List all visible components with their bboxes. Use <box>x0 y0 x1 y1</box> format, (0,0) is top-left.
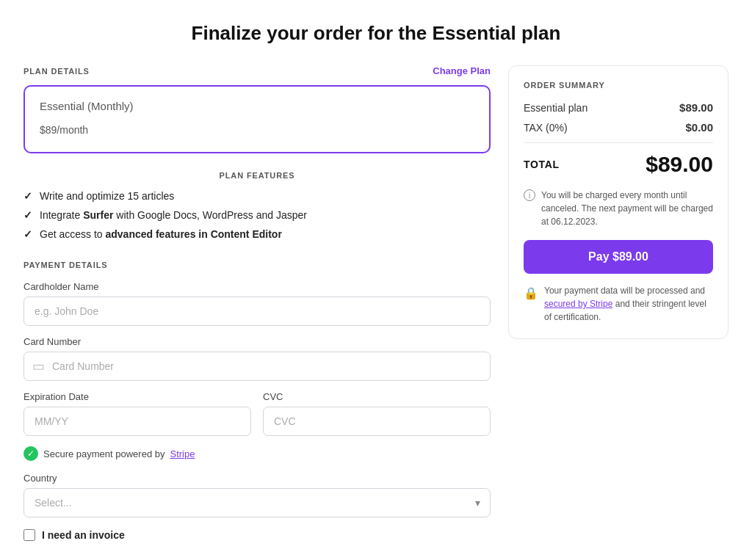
feature-item-1: ✓ Write and optimize 15 articles <box>24 190 491 202</box>
stripe-check-icon: ✓ <box>24 446 38 461</box>
country-select[interactable]: Select... United States United Kingdom G… <box>24 488 491 517</box>
total-label: TOTAL <box>524 159 560 170</box>
plan-section-label: PLAN DETAILS <box>24 67 90 76</box>
stripe-secure-link[interactable]: secured by Stripe <box>544 299 612 309</box>
essential-plan-amount: $89.00 <box>679 101 713 114</box>
charge-notice-text: You will be charged every month until ca… <box>541 189 713 228</box>
order-divider <box>524 142 713 143</box>
plan-price-value: $89 <box>40 124 57 136</box>
cvc-group: CVC <box>263 391 491 436</box>
card-number-wrapper: ▭ <box>24 352 491 381</box>
secure-notice-text: Your payment data will be processed and <box>544 286 705 296</box>
expiration-label: Expiration Date <box>24 391 251 402</box>
payment-section-label: PAYMENT DETAILS <box>24 261 491 269</box>
tax-amount: $0.00 <box>685 121 713 134</box>
essential-plan-row: Essential plan $89.00 <box>524 101 713 114</box>
plan-per-month: /month <box>57 124 88 136</box>
feature-text-3: Get access to advanced features in Conte… <box>40 228 282 240</box>
plan-features-section: PLAN FEATURES ✓ Write and optimize 15 ar… <box>24 171 491 240</box>
charge-notice: i You will be charged every month until … <box>524 189 713 228</box>
feature-item-2: ✓ Integrate Surfer with Google Docs, Wor… <box>24 209 491 221</box>
feature-check-icon-1: ✓ <box>24 190 32 202</box>
stripe-badge-text: Secure payment powered by <box>43 448 164 459</box>
lock-icon: 🔒 <box>524 285 538 302</box>
feature-text-2: Integrate Surfer with Google Docs, WordP… <box>40 209 307 221</box>
feature-check-icon-2: ✓ <box>24 209 32 221</box>
invoice-checkbox[interactable] <box>24 529 35 541</box>
essential-plan-label: Essential plan <box>524 102 588 114</box>
features-label: PLAN FEATURES <box>24 171 491 180</box>
cardholder-input[interactable] <box>24 297 491 326</box>
main-layout: PLAN DETAILS Change Plan Essential (Mont… <box>24 65 728 541</box>
feature-text-1: Write and optimize 15 articles <box>40 190 174 202</box>
card-number-label: Card Number <box>24 336 491 347</box>
change-plan-link[interactable]: Change Plan <box>433 65 491 76</box>
country-group: Country Select... United States United K… <box>24 473 491 517</box>
total-amount: $89.00 <box>646 152 713 177</box>
page-title: Finalize your order for the Essential pl… <box>192 22 561 45</box>
plan-billing-period: (Monthly) <box>87 100 134 112</box>
right-column: ORDER SUMMARY Essential plan $89.00 TAX … <box>508 65 728 339</box>
country-select-wrapper: Select... United States United Kingdom G… <box>24 488 491 517</box>
feature-check-icon-3: ✓ <box>24 228 32 240</box>
invoice-row: I need an invoice <box>24 529 491 541</box>
plan-price: $89/month <box>40 115 474 139</box>
card-icon: ▭ <box>32 358 45 374</box>
info-icon: i <box>524 189 535 201</box>
secure-notice: 🔒 Your payment data will be processed an… <box>524 284 713 324</box>
pay-button[interactable]: Pay $89.00 <box>524 240 713 274</box>
plan-name: Essential (Monthly) <box>40 100 474 112</box>
payment-details-section: PAYMENT DETAILS Cardholder Name Card Num… <box>24 261 491 541</box>
secure-notice-content: Your payment data will be processed and … <box>544 284 713 324</box>
cardholder-label: Cardholder Name <box>24 281 491 292</box>
feature-item-3: ✓ Get access to advanced features in Con… <box>24 228 491 240</box>
expiry-cvc-row: Expiration Date CVC <box>24 391 491 436</box>
invoice-label[interactable]: I need an invoice <box>42 529 125 541</box>
stripe-link[interactable]: Stripe <box>170 448 195 459</box>
order-summary-card: ORDER SUMMARY Essential plan $89.00 TAX … <box>508 65 728 339</box>
plan-name-text: Essential <box>40 100 84 112</box>
tax-row: TAX (0%) $0.00 <box>524 121 713 134</box>
card-number-group: Card Number ▭ <box>24 336 491 381</box>
total-row: TOTAL $89.00 <box>524 152 713 177</box>
cvc-label: CVC <box>263 391 491 402</box>
order-summary-title: ORDER SUMMARY <box>524 81 713 90</box>
expiration-input[interactable] <box>24 407 251 436</box>
plan-card: Essential (Monthly) $89/month <box>24 85 491 153</box>
left-column: PLAN DETAILS Change Plan Essential (Mont… <box>24 65 491 541</box>
expiration-group: Expiration Date <box>24 391 251 436</box>
cardholder-group: Cardholder Name <box>24 281 491 326</box>
plan-details-header: PLAN DETAILS Change Plan <box>24 65 491 76</box>
cvc-input[interactable] <box>263 407 491 436</box>
stripe-badge: ✓ Secure payment powered by Stripe <box>24 446 491 461</box>
card-number-input[interactable] <box>24 352 491 381</box>
tax-label: TAX (0%) <box>524 122 568 134</box>
country-label: Country <box>24 473 491 484</box>
